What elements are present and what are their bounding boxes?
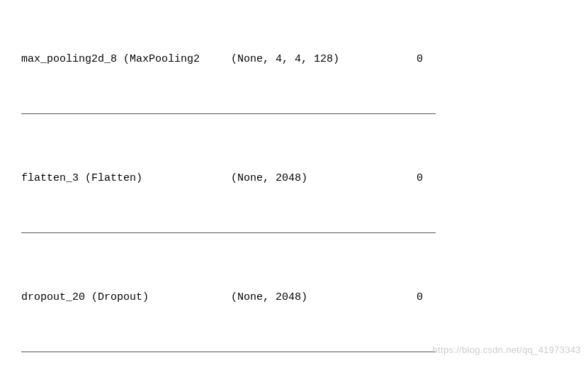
layer-params: 0 bbox=[417, 289, 567, 306]
row-divider: ________________________________________… bbox=[21, 102, 567, 119]
layer-name: flatten_3 (Flatten) bbox=[21, 170, 231, 187]
watermark-text: https://blog.csdn.net/qq_41973343 bbox=[433, 343, 581, 358]
layer-output-shape: (None, 2048) bbox=[231, 289, 417, 306]
layer-name: max_pooling2d_8 (MaxPooling2 bbox=[21, 51, 231, 68]
model-summary-output: max_pooling2d_8 (MaxPooling2 (None, 4, 4… bbox=[21, 0, 567, 365]
layer-output-shape: (None, 2048) bbox=[231, 170, 417, 187]
table-row: max_pooling2d_8 (MaxPooling2 (None, 4, 4… bbox=[21, 51, 567, 68]
table-row: flatten_3 (Flatten) (None, 2048) 0 bbox=[21, 170, 567, 187]
layer-output-shape: (None, 4, 4, 128) bbox=[231, 51, 417, 68]
layer-params: 0 bbox=[417, 170, 567, 187]
layer-params: 0 bbox=[417, 51, 567, 68]
table-row: dropout_20 (Dropout) (None, 2048) 0 bbox=[21, 289, 567, 306]
row-divider: ________________________________________… bbox=[21, 221, 567, 238]
layer-name: dropout_20 (Dropout) bbox=[21, 289, 231, 306]
